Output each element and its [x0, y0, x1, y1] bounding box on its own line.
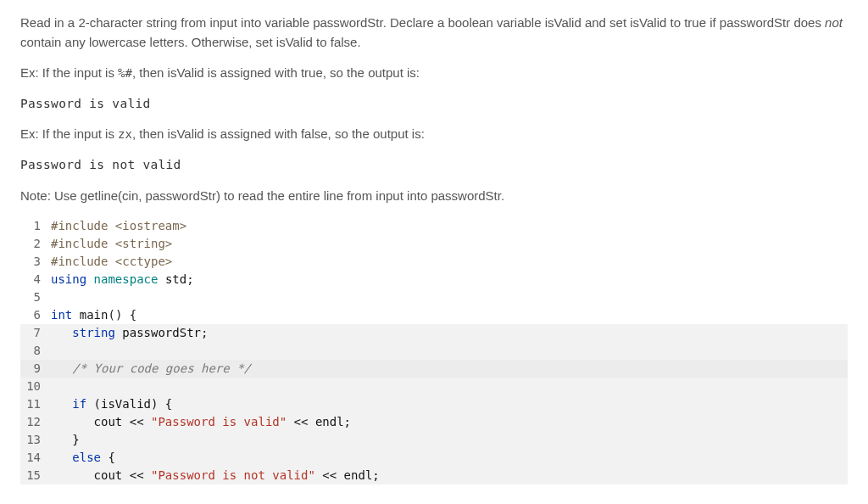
line-number: 10 [20, 378, 47, 395]
code-line: int main() { [47, 306, 848, 324]
code-line [47, 378, 848, 395]
line-number: 14 [20, 449, 47, 467]
code-line: else { [47, 449, 848, 467]
code-line: cout << "Password is not valid" << endl; [47, 467, 848, 484]
code-line: using namespace std; [47, 271, 848, 288]
example-2-intro: Ex: If the input is zx, then isValid is … [20, 125, 848, 144]
example-1-input: %# [118, 66, 132, 80]
code-line[interactable]: /* Your code goes here */ [47, 360, 848, 378]
line-number: 6 [20, 306, 47, 324]
line-number: 5 [20, 288, 47, 306]
line-number: 4 [20, 271, 47, 288]
emphasis-not: not [825, 15, 843, 30]
note: Note: Use getline(cin, passwordStr) to r… [20, 187, 848, 206]
text: , then isValid is assigned with true, so… [132, 65, 420, 80]
example-1-intro: Ex: If the input is %#, then isValid is … [20, 64, 848, 83]
line-number: 1 [20, 217, 47, 235]
code-line [47, 288, 848, 306]
text: Read in a 2-character string from input … [20, 15, 825, 30]
line-number: 15 [20, 467, 47, 484]
code-line: string passwordStr; [47, 324, 848, 342]
code-line: #include <iostream> [47, 217, 848, 235]
line-number: 2 [20, 235, 47, 253]
text: Ex: If the input is [20, 65, 118, 80]
line-number: 9 [20, 360, 47, 378]
line-number: 7 [20, 324, 47, 342]
line-number: 8 [20, 342, 47, 360]
line-number: 13 [20, 431, 47, 449]
code-line: #include <string> [47, 235, 848, 253]
example-2-input: zx [118, 127, 132, 141]
example-2-output: Password is not valid [20, 156, 848, 175]
line-number: 11 [20, 395, 47, 413]
code-line: #include <cctype> [47, 253, 848, 271]
line-number: 3 [20, 253, 47, 271]
text: contain any lowercase letters. Otherwise… [20, 35, 361, 49]
code-line [47, 342, 848, 360]
example-1-output: Password is valid [20, 95, 848, 114]
text: Ex: If the input is [20, 126, 118, 141]
code-line: cout << "Password is valid" << endl; [47, 413, 848, 431]
code-editor: 1 #include <iostream> 2 #include <string… [20, 217, 848, 484]
text: , then isValid is assigned with false, s… [132, 126, 425, 141]
code-line: if (isValid) { [47, 395, 848, 413]
problem-statement: Read in a 2-character string from input … [20, 14, 848, 52]
line-number: 12 [20, 413, 47, 431]
code-line: } [47, 431, 848, 449]
